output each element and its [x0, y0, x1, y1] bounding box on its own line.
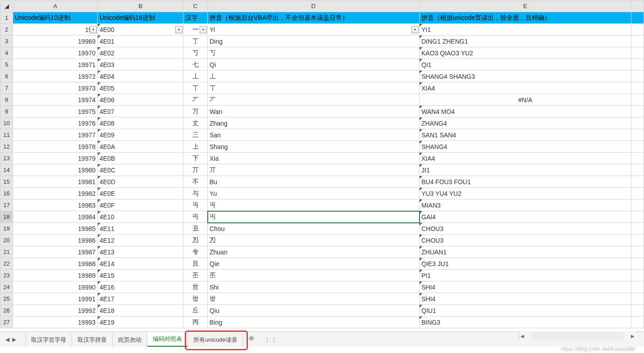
cell-A26[interactable]: 19992 — [13, 305, 98, 317]
cell-blank-2[interactable] — [631, 24, 644, 36]
cell-B13[interactable]: 4E0B — [98, 153, 183, 164]
col-header-C[interactable]: C — [183, 0, 208, 12]
cell-E3[interactable]: DING1 ZHENG1 — [420, 36, 631, 47]
cell-E14[interactable]: JI1 — [420, 164, 631, 176]
cell-C3[interactable]: 丁 — [183, 36, 208, 47]
cell-D27[interactable]: Bing — [208, 317, 420, 328]
row-header-2[interactable]: 2 — [0, 24, 13, 36]
row-header-24[interactable]: 24 — [0, 281, 13, 293]
cell-D8[interactable]: 丆 — [208, 94, 420, 106]
row-header-5[interactable]: 5 — [0, 59, 13, 71]
cell-A15[interactable]: 19981 — [13, 176, 98, 188]
cell-C25[interactable]: 丗 — [183, 293, 208, 305]
filter-button[interactable]: ▾ — [411, 26, 419, 33]
cell-B10[interactable]: 4E08 — [98, 118, 183, 129]
cell-E17[interactable]: MIAN3 — [420, 199, 631, 211]
cell-B27[interactable]: 4E19 — [98, 317, 183, 328]
cell-E22[interactable]: QIE3 JU1 — [420, 258, 631, 270]
cell-blank-7[interactable] — [631, 82, 644, 94]
cell-D26[interactable]: Qiu — [208, 305, 420, 317]
cell-B17[interactable]: 4E0F — [98, 199, 183, 211]
row-header-27[interactable]: 27 — [0, 317, 13, 328]
scroll-right-icon[interactable]: ▶ — [630, 334, 636, 339]
cell-D5[interactable]: Qi — [208, 59, 420, 71]
col-header-E[interactable]: E — [420, 0, 631, 12]
cell-B15[interactable]: 4E0D — [98, 176, 183, 188]
cell-A11[interactable]: 19977 — [13, 129, 98, 141]
cell-B22[interactable]: 4E14 — [98, 258, 183, 270]
cell-blank-24[interactable] — [631, 281, 644, 293]
cell-B16[interactable]: 4E0E — [98, 188, 183, 199]
cell-C6[interactable]: 丄 — [183, 71, 208, 82]
cell-blank-5[interactable] — [631, 59, 644, 71]
row-header-23[interactable]: 23 — [0, 270, 13, 281]
split-handle[interactable]: ⋮⋮ — [260, 336, 282, 343]
cell-blank-9[interactable] — [631, 106, 644, 118]
cell-A10[interactable]: 19976 — [13, 118, 98, 129]
cell-C14[interactable]: 丌 — [183, 164, 208, 176]
cell-C23[interactable]: 丕 — [183, 270, 208, 281]
cell-D11[interactable]: San — [208, 129, 420, 141]
cell-E18[interactable]: GAI4 — [420, 211, 631, 223]
cell-C7[interactable]: 丅 — [183, 82, 208, 94]
row-header-7[interactable]: 7 — [0, 82, 13, 94]
cell-E19[interactable]: CHOU3 — [420, 223, 631, 235]
cell-A3[interactable]: 19969 — [13, 36, 98, 47]
cell-C8[interactable]: 丆 — [183, 94, 208, 106]
cell-C10[interactable]: 丈 — [183, 118, 208, 129]
cell-B12[interactable]: 4E0A — [98, 141, 183, 153]
cell-D7[interactable]: 丅 — [208, 82, 420, 94]
row-header-12[interactable]: 12 — [0, 141, 13, 153]
cell-A23[interactable]: 19989 — [13, 270, 98, 281]
cell-blank-14[interactable] — [631, 164, 644, 176]
cell-A25[interactable]: 19991 — [13, 293, 98, 305]
cell-C12[interactable]: 上 — [183, 141, 208, 153]
cell-E15[interactable]: BU4 FOU3 FOU1 — [420, 176, 631, 188]
cell-blank-13[interactable] — [631, 153, 644, 164]
row-header-1[interactable]: 1 — [0, 12, 13, 24]
cell-E23[interactable]: PI1 — [420, 270, 631, 281]
cell-blank-25[interactable] — [631, 293, 644, 305]
cell-B1[interactable]: Unicode编码16进制 — [98, 12, 183, 24]
cell-A8[interactable]: 19974 — [13, 94, 98, 106]
cell-blank-10[interactable] — [631, 118, 644, 129]
cell-E11[interactable]: SAN1 SAN4 — [420, 129, 631, 141]
cell-A13[interactable]: 19979 — [13, 153, 98, 164]
cell-blank-26[interactable] — [631, 305, 644, 317]
cell-B18[interactable]: 4E10 — [98, 211, 183, 223]
cell-B5[interactable]: 4E03 — [98, 59, 183, 71]
cell-blank-21[interactable] — [631, 246, 644, 258]
cell-B14[interactable]: 4E0C — [98, 164, 183, 176]
cell-E6[interactable]: SHANG4 SHANG3 — [420, 71, 631, 82]
cell-blank-3[interactable] — [631, 36, 644, 47]
cell-B6[interactable]: 4E04 — [98, 71, 183, 82]
cell-D21[interactable]: Zhuan — [208, 246, 420, 258]
cell-A24[interactable]: 19990 — [13, 281, 98, 293]
cell-B2[interactable]: 4E00▾ — [98, 24, 183, 36]
cell-C20[interactable]: 丒 — [183, 235, 208, 246]
cell-blank-17[interactable] — [631, 199, 644, 211]
cell-blank-22[interactable] — [631, 258, 644, 270]
filter-button[interactable]: ▾ — [175, 26, 183, 33]
cell-A4[interactable]: 19970 — [13, 47, 98, 59]
row-header-14[interactable]: 14 — [0, 164, 13, 176]
cell-C2[interactable]: 一▾ — [183, 24, 208, 36]
row-header-17[interactable]: 17 — [0, 199, 13, 211]
cell-blank-27[interactable] — [631, 317, 644, 328]
tab-nav-next-icon[interactable]: ▶ — [12, 336, 16, 343]
col-header-A[interactable]: A — [13, 0, 98, 12]
filter-button[interactable]: ▾ — [200, 26, 207, 33]
cell-A27[interactable]: 19993 — [13, 317, 98, 328]
cell-D25[interactable]: 丗 — [208, 293, 420, 305]
row-header-3[interactable]: 3 — [0, 36, 13, 47]
cell-C16[interactable]: 与 — [183, 188, 208, 199]
cell-blank-19[interactable] — [631, 223, 644, 235]
cell-E7[interactable]: XIA4 — [420, 82, 631, 94]
cell-A9[interactable]: 19975 — [13, 106, 98, 118]
cell-blank-20[interactable] — [631, 235, 644, 246]
cell-E1[interactable]: 拼音（根据unicode页读出，较全面，且精确） — [420, 12, 631, 24]
cell-C9[interactable]: 万 — [183, 106, 208, 118]
cell-E26[interactable]: QIU1 — [420, 305, 631, 317]
cell-A2[interactable]: 199▾ — [13, 24, 98, 36]
cell-C24[interactable]: 世 — [183, 281, 208, 293]
